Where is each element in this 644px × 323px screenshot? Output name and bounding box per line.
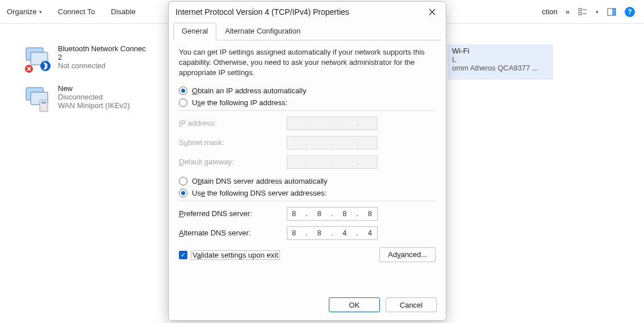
help-icon[interactable]: ? — [625, 7, 635, 17]
wifi-name: Wi-Fi — [452, 47, 549, 55]
network-item-bluetooth[interactable]: Bluetooth Network Connec 2 Not connected — [23, 44, 146, 74]
cancel-button[interactable]: Cancel — [386, 297, 437, 312]
wifi-sub: L — [452, 55, 549, 64]
radio-label: Obtain DNS server address automatically — [192, 177, 327, 185]
ipv4-properties-dialog: Internet Protocol Version 4 (TCP/IPv4) P… — [168, 1, 446, 321]
dialog-titlebar: Internet Protocol Version 4 (TCP/IPv4) P… — [169, 2, 446, 22]
radio-dns-auto[interactable]: Obtain DNS server address automatically — [179, 177, 436, 185]
dialog-description: You can get IP settings assigned automat… — [179, 47, 436, 78]
wifi-detail: omm Atheros QCA9377 ... — [452, 64, 549, 72]
advanced-button[interactable]: Advanced... — [379, 247, 436, 262]
alternate-dns-input[interactable]: 8. 8. 4. 4 — [287, 226, 378, 240]
radio-label: Use the following IP address: — [192, 98, 287, 107]
dialog-footer: OK Cancel — [169, 291, 446, 320]
alternate-dns-label: Alternate DNS server: — [179, 229, 287, 237]
checkbox-icon: ✓ — [179, 251, 187, 259]
chevron-down-icon: ▾ — [39, 9, 42, 15]
svg-rect-13 — [41, 102, 46, 103]
radio-icon — [179, 177, 187, 185]
subnet-mask-label: Subnet mask: — [179, 138, 287, 147]
dialog-title: Internet Protocol Version 4 (TCP/IPv4) P… — [175, 7, 349, 16]
radio-icon — [179, 98, 187, 107]
toolbar-organize[interactable]: Organize ▾ — [7, 7, 42, 16]
radio-ip-manual[interactable]: Use the following IP address: — [179, 98, 436, 107]
network-list: Bluetooth Network Connec 2 Not connected… — [23, 44, 146, 114]
ip-address-label: IP address: — [179, 119, 287, 127]
chevron-down-icon: ▾ — [596, 9, 599, 15]
tab-general[interactable]: General — [173, 23, 216, 40]
ip-address-group: Obtain an IP address automatically Use t… — [179, 86, 436, 169]
radio-ip-auto[interactable]: Obtain an IP address automatically — [179, 86, 436, 95]
radio-label: Obtain an IP address automatically — [192, 86, 306, 95]
network-item-detail: WAN Miniport (IKEv2) — [58, 101, 130, 110]
validate-label: Validate settings upon exit — [191, 250, 280, 260]
toolbar-disable[interactable]: Disable — [111, 7, 135, 16]
radio-icon — [179, 86, 187, 95]
vpn-network-icon — [23, 84, 52, 114]
bluetooth-network-icon — [23, 44, 52, 74]
ok-button[interactable]: OK — [329, 297, 380, 312]
toolbar-overflow[interactable]: » — [566, 7, 570, 16]
subnet-mask-input: . . . — [287, 136, 378, 150]
network-item-status: Disconnected — [58, 93, 130, 101]
preferred-dns-label: Preferred DNS server: — [179, 209, 287, 218]
default-gateway-label: Default gateway: — [179, 158, 287, 166]
svg-rect-1 — [579, 13, 582, 15]
toolbar-connect-to[interactable]: Connect To — [58, 7, 95, 16]
network-item-wifi[interactable]: Wi-Fi L omm Atheros QCA9377 ... — [448, 44, 553, 80]
view-options-icon[interactable] — [578, 7, 588, 17]
preview-pane-icon[interactable] — [607, 7, 617, 17]
ip-address-input: . . . — [287, 117, 378, 130]
close-icon[interactable] — [425, 5, 439, 19]
svg-rect-5 — [612, 9, 616, 15]
network-item-name: Bluetooth Network Connec — [58, 44, 146, 53]
tab-alternate-configuration[interactable]: Alternate Configuration — [216, 23, 309, 40]
default-gateway-input: . . . — [287, 155, 378, 169]
svg-rect-0 — [579, 9, 582, 11]
radio-icon — [179, 189, 187, 197]
radio-dns-manual[interactable]: Use the following DNS server addresses: — [179, 189, 436, 197]
dns-group: Obtain DNS server address automatically … — [179, 177, 436, 240]
toolbar-truncated-text: ction — [542, 7, 557, 16]
network-item-vpn[interactable]: New Disconnected WAN Miniport (IKEv2) — [23, 84, 146, 114]
network-item-sub: 2 — [58, 53, 146, 61]
network-item-name: New — [58, 84, 130, 93]
dialog-tabs: General Alternate Configuration — [173, 22, 441, 40]
preferred-dns-input[interactable]: 8. 8. 8. 8 — [287, 207, 378, 221]
toolbar-organize-label: Organize — [7, 7, 37, 16]
radio-label: Use the following DNS server addresses: — [192, 189, 327, 197]
network-item-status: Not connected — [58, 61, 146, 70]
